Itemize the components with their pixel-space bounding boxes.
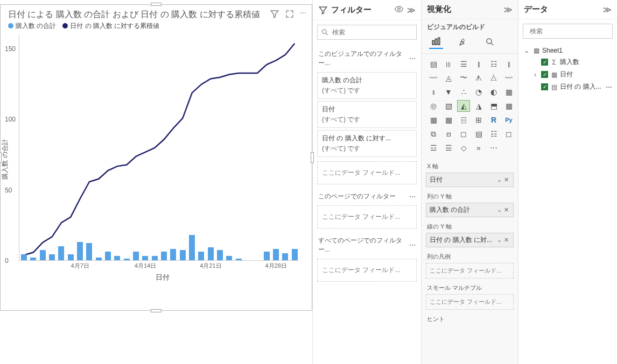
- data-search[interactable]: [523, 24, 613, 39]
- viz-type-item[interactable]: ◔: [472, 86, 485, 98]
- viz-tab-analytics[interactable]: [483, 35, 497, 49]
- bar[interactable]: [142, 256, 148, 260]
- viz-type-item[interactable]: »: [472, 142, 485, 154]
- bar[interactable]: [152, 256, 158, 260]
- filter-drop-zone-all[interactable]: ここにデータ フィールド...: [317, 259, 417, 282]
- viz-type-item[interactable]: ⩚: [472, 72, 485, 84]
- checkbox[interactable]: ✓: [541, 59, 548, 66]
- remove-field-icon[interactable]: ✕: [503, 237, 510, 244]
- viz-type-item[interactable]: ⋯: [487, 142, 500, 154]
- viz-type-item[interactable]: ▦: [427, 114, 440, 126]
- filter-card[interactable]: 購入数 の合計(すべて) です: [317, 72, 417, 99]
- field-drop-legend[interactable]: ここにデータ フィールド...: [426, 263, 514, 279]
- viz-type-item[interactable]: 〜: [457, 72, 470, 84]
- viz-type-item[interactable]: ⫾: [427, 86, 440, 98]
- viz-type-item[interactable]: ▦: [442, 114, 455, 126]
- chevron-down-icon[interactable]: ⌄: [496, 206, 503, 213]
- collapse-pane-icon[interactable]: ≫: [504, 5, 513, 15]
- filter-icon[interactable]: [270, 9, 279, 20]
- plot-area[interactable]: 4月7日4月14日4月21日4月28日: [19, 35, 299, 261]
- viz-type-item[interactable]: ∴: [457, 86, 470, 98]
- chevron-down-icon[interactable]: ⌄: [496, 176, 503, 183]
- bar[interactable]: [96, 258, 102, 260]
- filter-search-input[interactable]: [332, 28, 413, 36]
- viz-type-item[interactable]: ▦: [502, 100, 515, 112]
- filter-search[interactable]: [317, 25, 417, 40]
- bar[interactable]: [114, 256, 120, 260]
- viz-type-item[interactable]: ◇: [457, 142, 470, 154]
- tree-field-row[interactable]: ›✓▦日付: [522, 68, 614, 81]
- bar[interactable]: [124, 259, 130, 260]
- bar[interactable]: [198, 252, 204, 260]
- viz-type-item[interactable]: ◮: [472, 100, 485, 112]
- bar[interactable]: [264, 252, 270, 260]
- eye-icon[interactable]: [394, 4, 404, 16]
- viz-type-item[interactable]: 〰: [427, 72, 440, 84]
- bar[interactable]: [236, 259, 242, 260]
- section-more-icon[interactable]: [409, 55, 416, 62]
- data-search-input[interactable]: [530, 27, 611, 35]
- field-well-coly[interactable]: 購入数 の合計 ⌄ ✕: [426, 203, 514, 217]
- section-more-icon[interactable]: [409, 193, 416, 201]
- resize-handle-right[interactable]: [311, 152, 314, 163]
- more-options-icon[interactable]: [300, 9, 306, 20]
- viz-type-item[interactable]: 〰: [502, 72, 515, 84]
- bar[interactable]: [226, 256, 232, 260]
- viz-type-item[interactable]: ⧉: [427, 128, 440, 140]
- viz-type-item[interactable]: Py: [502, 114, 515, 126]
- bar[interactable]: [105, 252, 111, 260]
- viz-type-item[interactable]: ⫼: [442, 58, 455, 70]
- tree-table-row[interactable]: ⌄ ▦ Sheet1: [522, 45, 614, 56]
- viz-type-item[interactable]: ☷: [487, 128, 500, 140]
- chevron-right-icon[interactable]: ›: [531, 71, 539, 78]
- viz-type-item[interactable]: ◎: [427, 100, 440, 112]
- remove-field-icon[interactable]: ✕: [503, 206, 510, 213]
- visual-canvas[interactable]: 日付 による 購入数 の合計 および 日付 の 購入数 に対する累積値 購入数 …: [0, 4, 312, 311]
- filter-card[interactable]: 日付 の 購入数 に対す...(すべて) です: [317, 130, 417, 157]
- bar[interactable]: [68, 254, 74, 260]
- viz-type-item[interactable]: ☷: [487, 58, 500, 70]
- viz-type-item[interactable]: ◬: [442, 72, 455, 84]
- viz-type-item[interactable]: ▤: [427, 58, 440, 70]
- chevron-down-icon[interactable]: ⌄: [496, 237, 503, 244]
- viz-tab-format[interactable]: [456, 35, 470, 49]
- field-well-xaxis[interactable]: 日付 ⌄ ✕: [426, 173, 514, 187]
- field-well-liney[interactable]: 日付 の 購入数 に対... ⌄ ✕: [426, 233, 514, 247]
- resize-handle-bottom[interactable]: [151, 309, 162, 312]
- bar[interactable]: [86, 243, 92, 260]
- bar[interactable]: [189, 235, 195, 260]
- bar[interactable]: [282, 253, 288, 260]
- viz-type-item[interactable]: ⧈: [442, 128, 455, 140]
- filter-drop-zone-page[interactable]: ここにデータ フィールド...: [317, 205, 417, 229]
- bar[interactable]: [21, 254, 27, 260]
- tree-field-row[interactable]: ✓Σ購入数: [522, 56, 614, 68]
- viz-type-item[interactable]: ⊞: [472, 114, 485, 126]
- collapse-pane-icon[interactable]: ≫: [603, 5, 612, 15]
- bar[interactable]: [77, 242, 83, 260]
- viz-type-item[interactable]: ▧: [442, 100, 455, 112]
- collapse-pane-icon[interactable]: ≫: [407, 5, 416, 15]
- viz-type-item[interactable]: ▤: [472, 128, 485, 140]
- checkbox[interactable]: ✓: [541, 71, 548, 78]
- viz-type-item[interactable]: ⧊: [487, 72, 500, 84]
- bar[interactable]: [133, 252, 139, 260]
- bar[interactable]: [170, 249, 176, 260]
- bar[interactable]: [273, 249, 279, 260]
- viz-type-item[interactable]: ◻: [457, 128, 470, 140]
- viz-type-item[interactable]: ⫿: [502, 58, 515, 70]
- bar[interactable]: [217, 250, 223, 260]
- remove-field-icon[interactable]: ✕: [503, 176, 510, 183]
- filter-drop-zone-visual[interactable]: ここにデータ フィールド...: [317, 161, 417, 184]
- viz-type-item[interactable]: R: [487, 114, 500, 126]
- filter-card[interactable]: 日付(すべて) です: [317, 101, 417, 128]
- bar[interactable]: [161, 252, 167, 260]
- focus-mode-icon[interactable]: [285, 9, 295, 20]
- viz-type-item[interactable]: ◐: [487, 86, 500, 98]
- field-drop-smallmult[interactable]: ここにデータ フィールド...: [426, 294, 514, 310]
- checkbox[interactable]: ✓: [541, 83, 548, 90]
- viz-type-item[interactable]: ⬒: [487, 100, 500, 112]
- viz-type-item[interactable]: ◭: [457, 100, 470, 112]
- viz-tab-build[interactable]: [429, 35, 443, 49]
- viz-type-item[interactable]: ▼: [442, 86, 455, 98]
- viz-type-item[interactable]: ⫿: [472, 58, 485, 70]
